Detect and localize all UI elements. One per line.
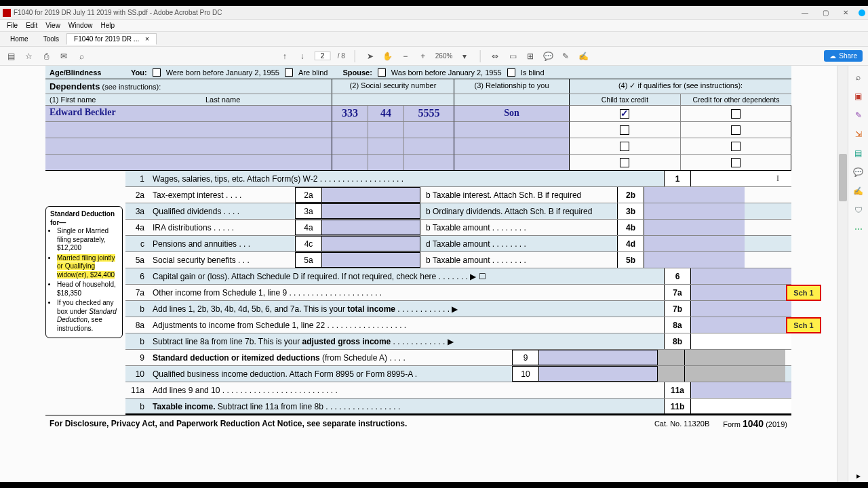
line-4d-amount[interactable] — [644, 236, 745, 251]
line-6-amount[interactable] — [691, 268, 791, 284]
dependents-section: Dependents (see instructions): (2) Socia… — [45, 79, 791, 171]
app-icon — [3, 9, 11, 17]
line-4a-amount[interactable] — [322, 220, 420, 235]
age-blindness-row: Age/Blindness You: Were born before Janu… — [45, 66, 791, 79]
maximize-button[interactable]: ▢ — [815, 7, 835, 19]
window-title: F1040 for 2019 DR July 11 2019 with SS.p… — [14, 9, 795, 16]
line-3a-amount[interactable] — [322, 203, 420, 219]
fit-page-icon[interactable]: ▭ — [507, 51, 518, 62]
highlight-icon[interactable]: ✎ — [560, 51, 571, 62]
standard-deduction-box: Standard Deduction for— Single or Marrie… — [45, 206, 123, 338]
bottom-black-bar — [0, 482, 868, 488]
line-2a-amount[interactable] — [322, 187, 420, 203]
menu-bar: File Edit View Window Help — [0, 20, 868, 32]
export-pdf-icon[interactable]: ⇲ — [852, 128, 865, 140]
menu-window[interactable]: Window — [64, 22, 97, 29]
sign-icon[interactable]: ✍ — [578, 51, 589, 62]
vertical-scrollbar[interactable] — [837, 66, 848, 482]
line-11a-amount[interactable] — [691, 382, 791, 398]
line-3a: 3a Qualified dividends . . . . 3a b Ordi… — [125, 203, 791, 220]
right-tool-pane: ⌕ ▣ ✎ ⇲ ▤ 💬 ✍ 🛡 ⋯ ▸ — [848, 66, 868, 482]
notification-dot — [859, 9, 865, 16]
line-8b: b Subtract line 8a from line 7b. This is… — [125, 333, 791, 350]
line-10-amount[interactable] — [539, 366, 658, 382]
pointer-icon[interactable]: ➤ — [365, 51, 376, 62]
star-icon[interactable]: ☆ — [23, 51, 34, 62]
zoom-out-icon[interactable]: − — [400, 51, 411, 62]
line-7b-amount[interactable] — [691, 301, 791, 317]
line-4c-amount[interactable] — [322, 236, 420, 251]
page-count: / 8 — [338, 52, 345, 60]
fill-sign-icon[interactable]: ✍ — [852, 185, 865, 197]
dep-rel[interactable]: Son — [454, 105, 570, 121]
menu-view[interactable]: View — [41, 22, 64, 29]
you-blind-checkbox[interactable] — [285, 68, 293, 77]
dependent-row-3 — [45, 138, 791, 154]
zoom-in-icon[interactable]: + — [418, 51, 429, 62]
you-born-checkbox[interactable] — [153, 68, 161, 77]
income-section: Standard Deduction for— Single or Marrie… — [125, 171, 791, 415]
sch1-tag-7a[interactable]: Sch 1 — [786, 285, 821, 301]
tab-tools[interactable]: Tools — [36, 33, 66, 45]
comment-icon[interactable]: 💬 — [542, 51, 553, 62]
dep-col-ctc: Child tax credit — [570, 94, 681, 105]
line-8a-amount[interactable] — [691, 317, 791, 333]
dep-name[interactable]: Edward Beckler — [45, 105, 332, 121]
organize-icon[interactable]: ▤ — [852, 147, 865, 159]
tab-row: Home Tools F1040 for 2019 DR ... × — [0, 32, 868, 47]
zoom-dropdown-icon[interactable]: ▾ — [459, 51, 470, 62]
page-up-icon[interactable]: ↑ — [279, 51, 290, 62]
page-down-icon[interactable]: ↓ — [297, 51, 308, 62]
line-9-amount[interactable] — [539, 350, 658, 365]
top-black-bar — [0, 0, 868, 6]
hand-icon[interactable]: ✋ — [382, 51, 393, 62]
minimize-button[interactable]: — — [795, 7, 815, 19]
sch1-tag-8a[interactable]: Sch 1 — [786, 317, 821, 333]
line-3b-amount[interactable] — [644, 203, 745, 219]
line-11a: 11a Add lines 9 and 10 . . . . . . . . .… — [125, 382, 791, 399]
line-1-amount[interactable]: I — [691, 171, 791, 186]
spouse-blind-checkbox[interactable] — [507, 68, 515, 77]
protect-icon[interactable]: 🛡 — [852, 204, 865, 216]
collapse-pane-icon[interactable]: ▸ — [852, 470, 865, 482]
comment-pane-icon[interactable]: 💬 — [852, 166, 865, 178]
line-8b-amount[interactable] — [691, 333, 791, 349]
more-tools-icon[interactable]: ⋯ — [852, 223, 865, 235]
mail-icon[interactable]: ✉ — [58, 51, 69, 62]
dependent-row-4 — [45, 154, 791, 170]
tab-document[interactable]: F1040 for 2019 DR ... × — [66, 33, 157, 45]
line-7a: 7a Other income from Schedule 1, line 9 … — [125, 285, 791, 301]
dependent-row-2 — [45, 121, 791, 138]
print-icon[interactable]: ⎙ — [41, 51, 52, 62]
zoom-level: 260% — [435, 52, 453, 60]
share-button[interactable]: ☁ Share — [824, 50, 863, 62]
page-input[interactable] — [315, 52, 331, 60]
line-5b-amount[interactable] — [644, 252, 745, 268]
menu-help[interactable]: Help — [96, 22, 119, 29]
form-footer: For Disclosure, Privacy Act, and Paperwo… — [45, 415, 791, 432]
tab-home[interactable]: Home — [3, 33, 36, 45]
line-2b-amount[interactable] — [644, 187, 745, 203]
tab-close-icon[interactable]: × — [145, 35, 149, 43]
line-5a-amount[interactable] — [322, 252, 420, 268]
dep-ctc-checkbox[interactable] — [620, 109, 629, 119]
dep-odc-checkbox[interactable] — [731, 109, 741, 119]
fit-width-icon[interactable]: ⇔ — [490, 51, 500, 62]
scroll-thumb[interactable] — [839, 154, 847, 201]
line-11b: b Taxable income. Subtract line 11a from… — [125, 399, 791, 415]
menu-edit[interactable]: Edit — [22, 22, 41, 29]
edit-pdf-icon[interactable]: ✎ — [852, 109, 865, 121]
menu-file[interactable]: File — [3, 22, 22, 29]
line-11b-amount[interactable] — [691, 399, 791, 413]
line-4b-amount[interactable] — [644, 220, 745, 235]
create-pdf-icon[interactable]: ▣ — [852, 90, 865, 102]
line-7a-amount[interactable] — [691, 285, 791, 300]
dep-ssn[interactable]: 333 44 5555 — [332, 105, 454, 121]
close-button[interactable]: ✕ — [835, 7, 856, 19]
read-mode-icon[interactable]: ⊞ — [525, 51, 536, 62]
search-icon[interactable]: ⌕ — [76, 51, 87, 62]
line-5a: 5a Social security benefits . . . 5a b T… — [125, 252, 791, 268]
spouse-born-checkbox[interactable] — [378, 68, 386, 77]
search-pane-icon[interactable]: ⌕ — [852, 71, 865, 83]
sidebar-toggle-icon[interactable]: ▤ — [5, 51, 16, 62]
